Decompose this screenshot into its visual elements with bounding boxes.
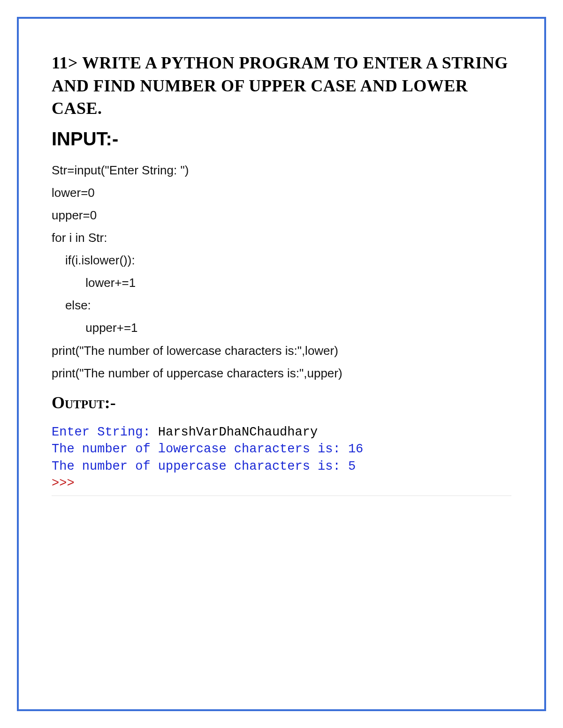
- code-line: upper=0: [52, 208, 97, 222]
- console-prompt-label: Enter String:: [52, 425, 158, 439]
- code-line: if(i.islower()):: [52, 253, 135, 267]
- console-line: The number of lowercase characters is: 1…: [52, 441, 511, 458]
- code-line: print("The number of lowercase character…: [52, 344, 338, 358]
- code-line: lower=0: [52, 186, 95, 200]
- console-value: 16: [348, 442, 363, 456]
- code-line: lower+=1: [52, 276, 136, 290]
- console-line: >>>: [52, 475, 511, 492]
- repl-prompt: >>>: [52, 476, 75, 490]
- console-text: The number of lowercase characters is:: [52, 442, 348, 456]
- output-heading: Output:-: [52, 393, 511, 413]
- console-value: 5: [348, 459, 356, 473]
- console-line: The number of uppercase characters is: 5: [52, 458, 511, 475]
- console-output-block: Enter String: HarshVarDhaNChaudhary The …: [52, 422, 511, 496]
- document-frame: 11> Write A Python program to enter a st…: [17, 17, 546, 711]
- console-line: Enter String: HarshVarDhaNChaudhary: [52, 424, 511, 441]
- code-line: else:: [52, 298, 91, 312]
- code-line: print("The number of uppercase character…: [52, 366, 342, 380]
- console-text: The number of uppercase characters is:: [52, 459, 348, 473]
- console-user-input: HarshVarDhaNChaudhary: [158, 425, 318, 439]
- code-line: Str=input("Enter String: "): [52, 163, 189, 177]
- code-line: upper+=1: [52, 321, 138, 335]
- code-line: for i in Str:: [52, 231, 107, 245]
- problem-title: 11> Write A Python program to enter a st…: [52, 52, 511, 120]
- input-heading: INPUT:-: [52, 128, 511, 150]
- page: 11> Write A Python program to enter a st…: [0, 0, 563, 728]
- source-code-block: Str=input("Enter String: ") lower=0 uppe…: [52, 159, 511, 384]
